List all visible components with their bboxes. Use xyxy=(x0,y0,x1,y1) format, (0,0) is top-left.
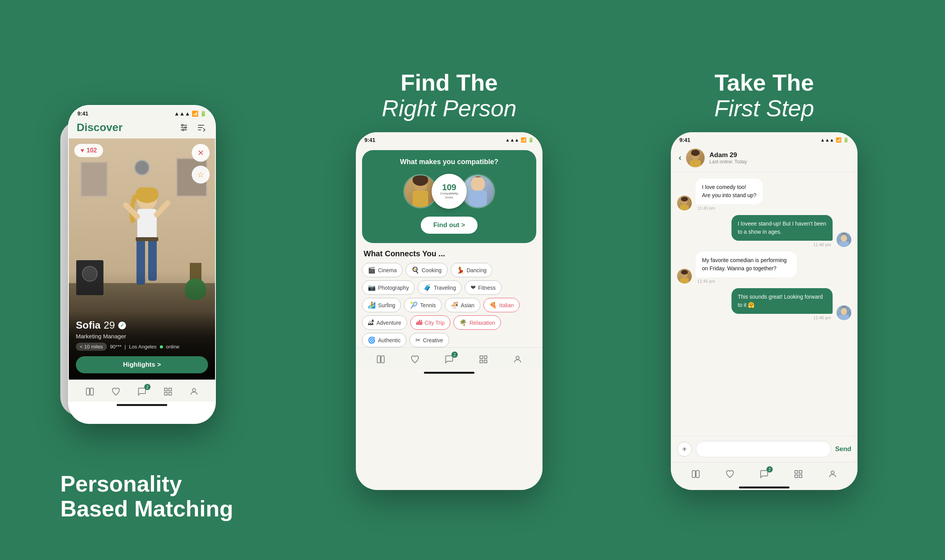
svg-rect-51 xyxy=(795,471,798,473)
tag-creative[interactable]: ✂ Creative xyxy=(410,333,449,347)
status-time-right: 9:41 xyxy=(679,137,690,143)
verified-icon: ✓ xyxy=(118,322,126,329)
tag-authentic[interactable]: 🌀 Authentic xyxy=(362,333,406,347)
msg-group-2: I loveee stand-up! But I haven't been to… xyxy=(732,215,833,247)
status-bar-left: 9:41 ▲▲▲ 📶 🔋 xyxy=(69,106,215,118)
compat-score-circle: 109 Compatibility Score xyxy=(432,174,467,209)
tag-cooking[interactable]: 🍳 Cooking xyxy=(406,263,447,277)
tag-asian-label: Asian xyxy=(461,302,474,308)
tag-city-trip-label: City Trip xyxy=(425,320,444,326)
msg-group-3: My favorite comedian is performing on Fr… xyxy=(696,252,797,284)
nav-messages-right[interactable]: 2 xyxy=(757,467,771,481)
tag-surfing[interactable]: 🏄 Surfing xyxy=(362,298,401,312)
tag-traveling[interactable]: 🧳 Traveling xyxy=(418,280,462,295)
photography-icon: 📷 xyxy=(368,284,376,291)
find-out-button[interactable]: Find out > xyxy=(421,217,478,234)
msg-group-4: This sounds great! Looking forward to it… xyxy=(732,288,833,320)
wifi-mid: 📶 xyxy=(521,137,527,143)
traveling-icon: 🧳 xyxy=(424,284,431,291)
svg-point-4 xyxy=(185,127,186,128)
tag-city-trip[interactable]: 🏙 City Trip xyxy=(410,315,450,330)
chat-avatar-header xyxy=(686,149,705,167)
profile-info-overlay: Sofia 29 ✓ Marketing Manager < 10 miles … xyxy=(69,312,215,380)
nav-likes[interactable] xyxy=(109,385,123,399)
svg-point-5 xyxy=(182,129,184,131)
svg-rect-16 xyxy=(136,237,158,241)
nav-grid[interactable] xyxy=(161,385,175,399)
svg-rect-52 xyxy=(799,471,802,473)
nav-swipe[interactable] xyxy=(83,385,97,399)
signal-right: ▲▲▲ xyxy=(820,137,834,143)
nav-profile-right[interactable] xyxy=(826,467,840,481)
status-icons-left: ▲▲▲ 📶 🔋 xyxy=(174,110,206,117)
highlights-button[interactable]: Highlights > xyxy=(76,356,208,373)
headline-right: Take The First Step xyxy=(714,70,814,121)
filter-button[interactable] xyxy=(178,121,190,134)
city-trip-icon: 🏙 xyxy=(416,319,422,326)
nav-profile-mid[interactable] xyxy=(511,352,525,366)
sender-avatar-4 xyxy=(836,305,851,320)
tag-italian[interactable]: 🍕 Italian xyxy=(483,298,520,312)
nav-profile[interactable] xyxy=(187,385,201,399)
superlike-button[interactable]: ☆ xyxy=(192,166,210,184)
chat-user-status: Last online: Today xyxy=(709,159,850,164)
message-row-4: This sounds great! Looking forward to it… xyxy=(677,288,851,320)
tag-adventure[interactable]: 🏕 Adventure xyxy=(362,315,407,330)
msg-time-1: 11:45 pm xyxy=(696,206,763,210)
compat-score-num: 109 xyxy=(442,183,457,192)
nav-messages[interactable]: 2 xyxy=(135,385,149,399)
back-button[interactable]: ‹ xyxy=(679,153,681,163)
messages-badge-mid: 2 xyxy=(452,352,458,358)
send-button[interactable]: Send xyxy=(835,445,851,453)
tag-fitness[interactable]: ❤ Fitness xyxy=(465,280,501,295)
message-bubble-2: I loveee stand-up! But I haven't been to… xyxy=(732,215,833,241)
tag-asian[interactable]: 🍜 Asian xyxy=(445,298,480,312)
nav-grid-mid[interactable] xyxy=(476,352,490,366)
tag-dancing[interactable]: 💃 Dancing xyxy=(451,263,492,277)
status-time-middle: 9:41 xyxy=(364,137,375,143)
dislike-button[interactable]: ✕ xyxy=(192,144,210,162)
sort-button[interactable] xyxy=(195,121,207,134)
attachment-button[interactable]: + xyxy=(677,442,692,457)
tag-tennis[interactable]: 🎾 Tennis xyxy=(404,298,441,312)
home-indicator-left xyxy=(117,404,167,406)
city: Los Angeles xyxy=(129,344,157,350)
phone-middle-frame: 9:41 ▲▲▲ 📶 🔋 What makes you compatible? xyxy=(356,132,542,490)
sender-avatar-1 xyxy=(677,196,692,210)
nav-swipe-mid[interactable] xyxy=(374,352,388,366)
svg-point-47 xyxy=(841,308,847,315)
headline-middle: Find The Right Person xyxy=(382,70,517,121)
section-compatibility: Find The Right Person 9:41 ▲▲▲ 📶 🔋 What … xyxy=(329,70,570,490)
nav-likes-right[interactable] xyxy=(723,467,737,481)
svg-rect-53 xyxy=(795,475,798,478)
tag-cinema[interactable]: 🎬 Cinema xyxy=(362,263,402,277)
tag-relaxation[interactable]: 🌴 Relaxation xyxy=(453,315,501,330)
msg-time-2: 11:46 pm xyxy=(812,242,833,247)
tag-relaxation-label: Relaxation xyxy=(469,320,495,326)
app-header-left: Discover xyxy=(69,118,215,138)
tag-italian-label: Italian xyxy=(499,302,514,308)
headline-mid-line1: Find The xyxy=(382,70,517,96)
tag-creative-label: Creative xyxy=(423,337,443,343)
section-personality: 9:41 ▲▲▲ 📶 🔋 Discover xyxy=(60,16,255,544)
nav-likes-mid[interactable] xyxy=(408,352,422,366)
nav-messages-mid[interactable]: 2 xyxy=(442,352,456,366)
header-icons-left xyxy=(178,121,207,134)
message-input[interactable] xyxy=(696,441,831,457)
message-bubble-3: My favorite comedian is performing on Fr… xyxy=(696,252,797,277)
headline-line1: Personality xyxy=(60,471,233,496)
headline-mid-line2: Right Person xyxy=(382,96,517,121)
adventure-icon: 🏕 xyxy=(368,319,374,326)
nav-swipe-right[interactable] xyxy=(689,467,703,481)
svg-rect-21 xyxy=(164,392,167,395)
message-row-3: My favorite comedian is performing on Fr… xyxy=(677,252,851,284)
svg-rect-31 xyxy=(480,356,483,359)
wifi-icon: 📶 xyxy=(192,110,198,117)
nav-grid-right[interactable] xyxy=(791,467,805,481)
message-row-2: I loveee stand-up! But I haven't been to… xyxy=(677,215,851,247)
tag-photography[interactable]: 📷 Photography xyxy=(362,280,415,295)
headline-right-line1: Take The xyxy=(714,70,814,96)
battery-right: 🔋 xyxy=(843,137,849,143)
profile-job: Marketing Manager xyxy=(76,333,208,340)
interests-tags: 🎬 Cinema 🍳 Cooking 💃 Dancing 📷 Photograp… xyxy=(356,263,542,347)
